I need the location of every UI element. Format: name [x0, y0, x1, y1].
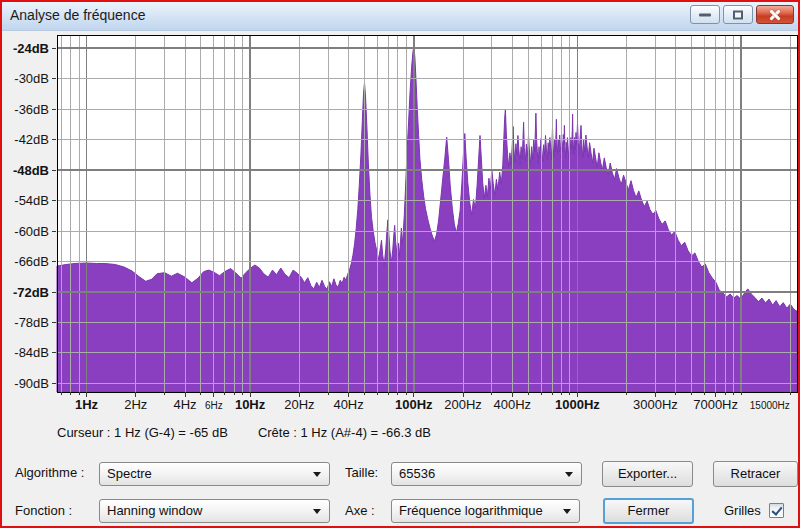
- svg-text:15000Hz: 15000Hz: [750, 400, 790, 411]
- function-dropdown[interactable]: Hanning window: [99, 499, 330, 523]
- close-button[interactable]: [756, 5, 794, 24]
- svg-text:200Hz: 200Hz: [444, 397, 482, 412]
- function-value: Hanning window: [107, 500, 202, 522]
- svg-text:4Hz: 4Hz: [173, 397, 196, 412]
- svg-text:-48dB: -48dB: [13, 163, 49, 178]
- svg-text:3000Hz: 3000Hz: [633, 397, 678, 412]
- replot-button[interactable]: Retracer: [713, 461, 798, 487]
- svg-text:1000Hz: 1000Hz: [555, 397, 600, 412]
- title-bar: Analyse de fréquence: [2, 2, 798, 31]
- chevron-down-icon: [313, 509, 321, 514]
- cursor-readout: Curseur : 1 Hz (G-4) = -65 dB: [57, 425, 228, 440]
- svg-text:20Hz: 20Hz: [284, 397, 314, 412]
- svg-text:40Hz: 40Hz: [333, 397, 363, 412]
- svg-text:-66dB: -66dB: [14, 254, 49, 269]
- x-axis-labels: 1Hz2Hz4Hz6Hz10Hz20Hz40Hz100Hz200Hz400Hz1…: [75, 397, 790, 412]
- svg-text:-54dB: -54dB: [14, 193, 49, 208]
- svg-text:-36dB: -36dB: [14, 102, 49, 117]
- function-label: Fonction :: [15, 499, 72, 523]
- size-value: 65536: [399, 463, 435, 485]
- svg-text:400Hz: 400Hz: [494, 397, 532, 412]
- chevron-down-icon: [563, 509, 571, 514]
- svg-text:-60dB: -60dB: [14, 224, 49, 239]
- window-title: Analyse de fréquence: [10, 2, 145, 29]
- svg-text:-24dB: -24dB: [13, 41, 49, 56]
- svg-text:6Hz: 6Hz: [205, 400, 223, 411]
- minimize-icon: [699, 13, 711, 16]
- grids-checkbox[interactable]: [769, 503, 784, 518]
- spectrum-plot[interactable]: 1Hz2Hz4Hz6Hz10Hz20Hz40Hz100Hz200Hz400Hz1…: [2, 30, 798, 424]
- svg-text:7000Hz: 7000Hz: [693, 397, 738, 412]
- size-label: Taille:: [345, 461, 378, 485]
- svg-text:-84dB: -84dB: [14, 345, 49, 360]
- svg-text:-72dB: -72dB: [13, 285, 49, 300]
- grids-label: Grilles: [724, 499, 761, 523]
- svg-text:-42dB: -42dB: [14, 132, 49, 147]
- svg-text:10Hz: 10Hz: [235, 397, 266, 412]
- algorithm-label: Algorithme :: [15, 461, 84, 485]
- algorithm-dropdown[interactable]: Spectre: [99, 462, 330, 486]
- window-controls: [690, 5, 794, 24]
- svg-text:-78dB: -78dB: [14, 315, 49, 330]
- frequency-analysis-window: Analyse de fréquence 1Hz2Hz4Hz6Hz10Hz20H…: [0, 0, 800, 528]
- chevron-down-icon: [565, 472, 573, 477]
- export-button[interactable]: Exporter...: [602, 461, 693, 487]
- peak-readout: Crête : 1 Hz (A#-4) = -66.3 dB: [258, 425, 431, 440]
- minimize-button[interactable]: [690, 5, 720, 24]
- y-axis-labels: -24dB-30dB-36dB-42dB-48dB-54dB-60dB-66dB…: [13, 41, 49, 391]
- svg-text:1Hz: 1Hz: [75, 397, 99, 412]
- close-icon: [769, 8, 782, 21]
- axis-dropdown[interactable]: Fréquence logarithmique: [391, 499, 580, 523]
- status-line: Curseur : 1 Hz (G-4) = -65 dBCrête : 1 H…: [57, 425, 431, 440]
- close-dialog-button[interactable]: Fermer: [603, 498, 694, 524]
- maximize-icon: [733, 10, 743, 19]
- svg-text:-30dB: -30dB: [14, 71, 49, 86]
- algorithm-value: Spectre: [107, 463, 152, 485]
- size-dropdown[interactable]: 65536: [391, 462, 582, 486]
- svg-text:-90dB: -90dB: [14, 376, 49, 391]
- svg-text:2Hz: 2Hz: [124, 397, 147, 412]
- svg-text:100Hz: 100Hz: [395, 397, 433, 412]
- chevron-down-icon: [313, 472, 321, 477]
- axis-label: Axe :: [345, 499, 375, 523]
- axis-value: Fréquence logarithmique: [399, 500, 543, 522]
- maximize-button[interactable]: [723, 5, 753, 24]
